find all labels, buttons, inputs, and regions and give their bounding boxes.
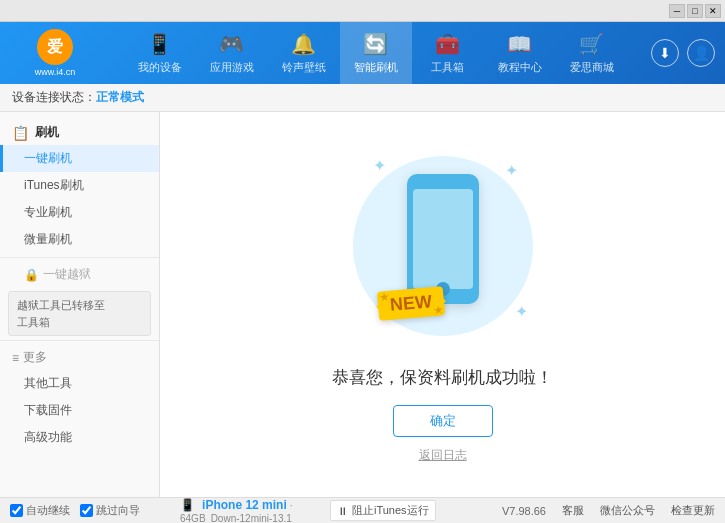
logo-subtext: www.i4.cn (35, 67, 76, 77)
sidebar-divider-1 (0, 257, 159, 258)
sparkle-icon-2: ✦ (505, 161, 518, 180)
sidebar: 📋 刷机 一键刷机 iTunes刷机 专业刷机 微量刷机 🔒 一键越狱 越狱工具… (0, 112, 160, 497)
sidebar-item-jailbreak-disabled: 🔒 一键越狱 (0, 262, 159, 287)
device-storage: · (290, 500, 293, 511)
device-name: iPhone 12 mini (202, 498, 287, 512)
user-button[interactable]: 👤 (687, 39, 715, 67)
nav-item-ringtone-label: 铃声壁纸 (282, 60, 326, 75)
sidebar-item-download-firmware[interactable]: 下载固件 (0, 397, 159, 424)
nav-item-tutorial[interactable]: 📖 教程中心 (484, 22, 556, 84)
update-link[interactable]: 检查更新 (671, 503, 715, 518)
new-badge: ★ NEW ★ (376, 286, 444, 321)
wechat-link[interactable]: 微信公众号 (600, 503, 655, 518)
main-content: 📋 刷机 一键刷机 iTunes刷机 专业刷机 微量刷机 🔒 一键越狱 越狱工具… (0, 112, 725, 497)
device-version: Down-12mini-13.1 (211, 513, 292, 524)
success-message: 恭喜您，保资料刷机成功啦！ (332, 366, 553, 389)
nav-item-shop[interactable]: 🛒 爱思商城 (556, 22, 628, 84)
phone-body (407, 174, 479, 304)
device-icon: 📱 (180, 498, 195, 512)
nav-item-toolbox[interactable]: 🧰 工具箱 (412, 22, 484, 84)
bottom-left: 自动继续 跳过向导 (10, 503, 170, 518)
status-value: 正常模式 (96, 89, 144, 106)
tutorial-icon: 📖 (507, 32, 532, 56)
maximize-button[interactable]: □ (687, 4, 703, 18)
sparkle-icon-3: ✦ (515, 302, 528, 321)
apps-games-icon: 🎮 (219, 32, 244, 56)
version-text: V7.98.66 (502, 505, 546, 517)
nav-right: ⬇ 👤 (651, 39, 715, 67)
title-bar: ─ □ ✕ (0, 0, 725, 22)
nav-item-apps-games[interactable]: 🎮 应用游戏 (196, 22, 268, 84)
nav-item-my-device[interactable]: 📱 我的设备 (124, 22, 196, 84)
confirm-button[interactable]: 确定 (393, 405, 493, 437)
close-button[interactable]: ✕ (705, 4, 721, 18)
flash-section-icon: 📋 (12, 125, 29, 141)
sparkle-icon-1: ✦ (373, 156, 386, 175)
star-right-icon: ★ (433, 304, 443, 316)
jailbreak-info-box: 越狱工具已转移至 工具箱 (8, 291, 151, 336)
logo: 爱 www.i4.cn (10, 29, 100, 77)
status-prefix: 设备连接状态： (12, 89, 96, 106)
my-device-icon: 📱 (147, 32, 172, 56)
phone-illustration: ✦ ✦ ✦ ★ NEW ★ (343, 146, 543, 346)
sidebar-item-micro-flash[interactable]: 微量刷机 (0, 226, 159, 253)
nav-item-smart-flash[interactable]: 🔄 智能刷机 (340, 22, 412, 84)
nav-item-shop-label: 爱思商城 (570, 60, 614, 75)
sidebar-item-itunes-flash[interactable]: iTunes刷机 (0, 172, 159, 199)
nav-item-apps-games-label: 应用游戏 (210, 60, 254, 75)
toolbox-icon: 🧰 (435, 32, 460, 56)
center-content: ✦ ✦ ✦ ★ NEW ★ 恭喜您，保资料刷机成功啦！ 确定 返回日志 (160, 112, 725, 497)
support-link[interactable]: 客服 (562, 503, 584, 518)
nav-item-smart-flash-label: 智能刷机 (354, 60, 398, 75)
minimize-button[interactable]: ─ (669, 4, 685, 18)
device-storage-value: 64GB (180, 513, 206, 524)
stop-itunes-icon: ⏸ (337, 505, 348, 517)
sidebar-more-section: ≡ 更多 (0, 345, 159, 370)
sidebar-divider-2 (0, 340, 159, 341)
sidebar-flash-section: 📋 刷机 (0, 120, 159, 145)
bottom-bar: 自动继续 跳过向导 📱 iPhone 12 mini · 64GB Down-1… (0, 497, 725, 523)
auto-continue-checkbox[interactable]: 自动继续 (10, 503, 70, 518)
sidebar-item-one-click-flash[interactable]: 一键刷机 (0, 145, 159, 172)
nav-items: 📱 我的设备 🎮 应用游戏 🔔 铃声壁纸 🔄 智能刷机 🧰 工具箱 📖 教程中心… (100, 22, 651, 84)
sidebar-item-pro-flash[interactable]: 专业刷机 (0, 199, 159, 226)
ringtone-icon: 🔔 (291, 32, 316, 56)
skip-wizard-input[interactable] (80, 504, 93, 517)
logo-icon: 爱 (37, 29, 73, 65)
top-nav: 爱 www.i4.cn 📱 我的设备 🎮 应用游戏 🔔 铃声壁纸 🔄 智能刷机 … (0, 22, 725, 84)
skip-wizard-checkbox[interactable]: 跳过向导 (80, 503, 140, 518)
status-bar: 设备连接状态： 正常模式 (0, 84, 725, 112)
nav-item-tutorial-label: 教程中心 (498, 60, 542, 75)
sidebar-item-other-tools[interactable]: 其他工具 (0, 370, 159, 397)
bottom-device-info: 📱 iPhone 12 mini · 64GB Down-12mini-13.1 (170, 498, 330, 524)
window-controls[interactable]: ─ □ ✕ (669, 4, 721, 18)
bottom-right: V7.98.66 客服 微信公众号 检查更新 (502, 503, 715, 518)
nav-item-toolbox-label: 工具箱 (431, 60, 464, 75)
nav-item-my-device-label: 我的设备 (138, 60, 182, 75)
phone-screen (413, 189, 473, 289)
star-left-icon: ★ (378, 290, 388, 302)
return-home-link[interactable]: 返回日志 (419, 447, 467, 464)
download-button[interactable]: ⬇ (651, 39, 679, 67)
auto-continue-input[interactable] (10, 504, 23, 517)
stop-itunes-button[interactable]: ⏸ 阻止iTunes运行 (330, 500, 436, 521)
shop-icon: 🛒 (579, 32, 604, 56)
nav-item-ringtone[interactable]: 🔔 铃声壁纸 (268, 22, 340, 84)
sidebar-item-advanced[interactable]: 高级功能 (0, 424, 159, 451)
smart-flash-icon: 🔄 (363, 32, 388, 56)
